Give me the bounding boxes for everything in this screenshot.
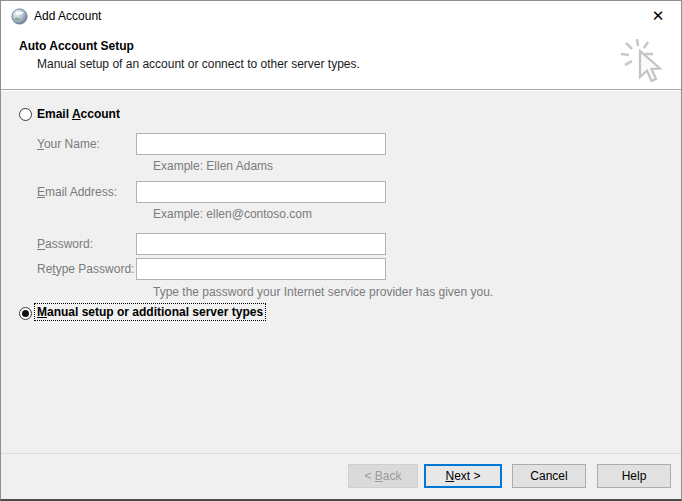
- add-account-dialog: Add Account ✕ Auto Account Setup Manual …: [0, 0, 682, 501]
- page-subtitle: Manual setup of an account or connect to…: [37, 57, 360, 71]
- close-icon[interactable]: ✕: [641, 3, 675, 29]
- retype-password-input[interactable]: [136, 258, 386, 280]
- footer: < Back Next > Cancel Help: [1, 454, 681, 499]
- cancel-button[interactable]: Cancel: [512, 464, 586, 488]
- manual-setup-radio[interactable]: [19, 307, 32, 320]
- email-address-input[interactable]: [136, 181, 386, 203]
- your-name-example: Example: Ellen Adams: [153, 159, 273, 173]
- back-button[interactable]: < Back: [348, 464, 418, 488]
- password-hint: Type the password your Internet service …: [153, 285, 493, 299]
- email-account-radio[interactable]: [19, 108, 32, 121]
- email-address-example: Example: ellen@contoso.com: [153, 207, 312, 221]
- manual-setup-radio-label[interactable]: Manual setup or additional server types: [35, 304, 265, 320]
- outlook-account-icon: [11, 8, 28, 25]
- form-body: Email Account Your Name: Example: Ellen …: [1, 91, 681, 454]
- retype-password-label: Retype Password:: [37, 262, 134, 276]
- page-title: Auto Account Setup: [19, 39, 134, 53]
- password-input[interactable]: [136, 233, 386, 255]
- email-account-radio-label[interactable]: Email Account: [37, 107, 120, 121]
- wizard-header: Auto Account Setup Manual setup of an ac…: [1, 32, 681, 90]
- help-button[interactable]: Help: [597, 464, 671, 488]
- next-button[interactable]: Next >: [424, 464, 502, 488]
- title-bar: Add Account ✕: [1, 1, 681, 32]
- cursor-starburst-icon: [615, 33, 671, 89]
- window-title: Add Account: [34, 1, 101, 32]
- your-name-input[interactable]: [136, 133, 386, 155]
- password-label: Password:: [37, 237, 93, 251]
- your-name-label: Your Name:: [37, 137, 100, 151]
- email-address-label: Email Address:: [37, 185, 117, 199]
